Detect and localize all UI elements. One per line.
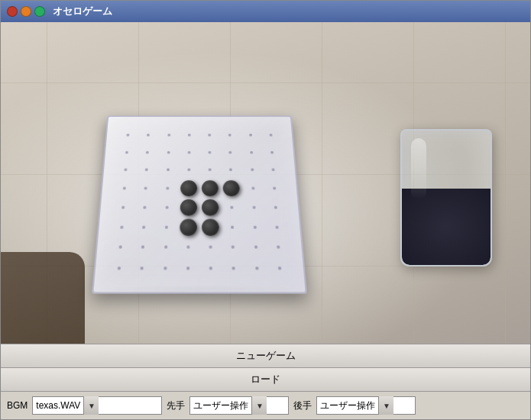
piece-cell[interactable] — [199, 127, 220, 144]
piece-cell[interactable] — [134, 179, 157, 198]
black-piece — [180, 218, 197, 235]
piece-cell[interactable] — [244, 258, 268, 279]
second-player-value: ユーザー操作 — [317, 399, 378, 412]
piece-cell[interactable] — [178, 161, 199, 179]
bgm-dropdown-arrow[interactable]: ▼ — [83, 396, 99, 415]
glass-shine — [411, 138, 426, 199]
black-piece — [223, 180, 240, 196]
board-surface — [92, 115, 307, 293]
piece-cell[interactable] — [199, 237, 222, 257]
piece-cell[interactable] — [222, 217, 244, 237]
piece-cell[interactable] — [176, 237, 199, 257]
piece-cell[interactable] — [155, 217, 178, 237]
first-player-label: 先手 — [167, 399, 185, 412]
glass-decoration — [393, 114, 500, 267]
piece-cell[interactable] — [176, 258, 199, 279]
piece-cell[interactable] — [110, 217, 134, 237]
settings-row: BGM texas.WAV ▼ 先手 ユーザー操作 ▼ 後手 ユーザー操作 ▼ — [1, 392, 530, 419]
piece-cell[interactable] — [177, 198, 199, 217]
piece-cell[interactable] — [264, 198, 287, 217]
piece-cell[interactable] — [108, 237, 132, 257]
piece-cell[interactable] — [179, 144, 199, 161]
piece-cell[interactable] — [199, 258, 222, 279]
bgm-label: BGM — [7, 400, 28, 411]
bgm-value: texas.WAV — [33, 400, 83, 411]
piece-cell[interactable] — [199, 198, 222, 217]
piece-cell[interactable] — [132, 217, 155, 237]
piece-cell[interactable] — [262, 161, 284, 179]
piece-cell[interactable] — [222, 258, 246, 279]
button-row: ニューゲーム — [1, 344, 530, 368]
piece-cell[interactable] — [113, 179, 136, 198]
first-player-select[interactable]: ユーザー操作 ▼ — [189, 396, 289, 415]
piece-cell[interactable] — [243, 217, 266, 237]
game-image — [1, 22, 530, 344]
piece-cell[interactable] — [107, 258, 131, 279]
piece-cell[interactable] — [112, 198, 134, 217]
new-game-button[interactable]: ニューゲーム — [1, 344, 530, 367]
piece-cell[interactable] — [220, 144, 241, 161]
pieces-layer — [107, 127, 292, 279]
piece-cell[interactable] — [130, 258, 154, 279]
piece-cell[interactable] — [199, 144, 220, 161]
piece-cell[interactable] — [265, 217, 289, 237]
piece-cell[interactable] — [158, 127, 179, 144]
black-piece — [202, 218, 219, 235]
maximize-button[interactable] — [34, 6, 45, 17]
piece-cell[interactable] — [156, 198, 178, 217]
window-title: オセロゲーム — [53, 5, 112, 18]
piece-cell[interactable] — [157, 161, 178, 179]
piece-cell[interactable] — [138, 127, 159, 144]
piece-cell[interactable] — [199, 217, 222, 237]
bgm-select[interactable]: texas.WAV ▼ — [32, 396, 162, 415]
piece-cell[interactable] — [263, 179, 286, 198]
piece-cell[interactable] — [244, 237, 267, 257]
second-player-select[interactable]: ユーザー操作 ▼ — [316, 396, 416, 415]
minimize-button[interactable] — [21, 6, 31, 17]
black-piece — [202, 180, 219, 196]
piece-cell[interactable] — [178, 179, 199, 198]
piece-cell[interactable] — [199, 179, 221, 198]
piece-cell[interactable] — [116, 144, 138, 161]
piece-cell[interactable] — [240, 127, 261, 144]
piece-cell[interactable] — [177, 217, 199, 237]
window-controls — [7, 6, 45, 17]
piece-cell[interactable] — [221, 198, 243, 217]
chair-decoration — [1, 252, 85, 344]
piece-cell[interactable] — [241, 161, 264, 179]
piece-cell[interactable] — [241, 144, 262, 161]
piece-cell[interactable] — [222, 237, 244, 257]
piece-cell[interactable] — [154, 237, 177, 257]
glass-body — [400, 129, 492, 267]
piece-cell[interactable] — [260, 127, 281, 144]
piece-cell[interactable] — [242, 179, 264, 198]
piece-cell[interactable] — [134, 198, 157, 217]
piece-cell[interactable] — [267, 237, 290, 257]
piece-cell[interactable] — [117, 127, 138, 144]
piece-cell[interactable] — [179, 127, 199, 144]
piece-cell[interactable] — [219, 127, 240, 144]
second-player-dropdown-arrow[interactable]: ▼ — [378, 396, 393, 415]
piece-cell[interactable] — [115, 161, 137, 179]
piece-cell[interactable] — [136, 161, 158, 179]
app-window: オセロゲーム — [0, 0, 531, 420]
piece-cell[interactable] — [220, 161, 241, 179]
piece-cell[interactable] — [153, 258, 176, 279]
black-piece — [202, 199, 219, 216]
piece-cell[interactable] — [137, 144, 158, 161]
piece-cell[interactable] — [199, 161, 221, 179]
piece-cell[interactable] — [157, 144, 179, 161]
second-player-label: 後手 — [293, 399, 312, 412]
piece-cell[interactable] — [267, 258, 292, 279]
piece-cell[interactable] — [131, 237, 155, 257]
load-button[interactable]: ロード — [1, 368, 530, 391]
piece-cell[interactable] — [243, 198, 266, 217]
black-piece — [180, 199, 196, 216]
first-player-value: ユーザー操作 — [190, 399, 251, 412]
title-bar: オセロゲーム — [1, 1, 530, 22]
close-button[interactable] — [7, 6, 18, 17]
piece-cell[interactable] — [221, 179, 243, 198]
piece-cell[interactable] — [157, 179, 179, 198]
piece-cell[interactable] — [261, 144, 283, 161]
first-player-dropdown-arrow[interactable]: ▼ — [251, 396, 267, 415]
